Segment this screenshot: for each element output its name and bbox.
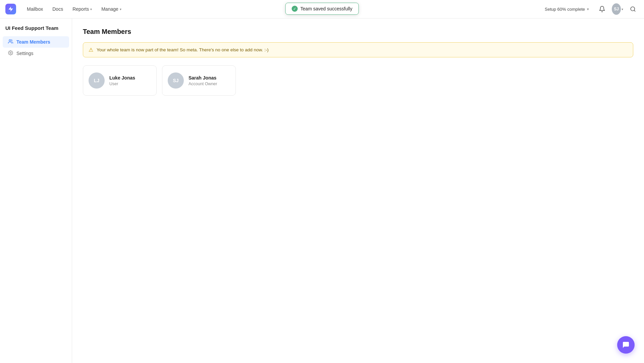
- page-title: Team Members: [83, 28, 633, 36]
- nav-manage[interactable]: Manage ▾: [97, 4, 125, 14]
- settings-icon: [8, 50, 13, 56]
- team-members-icon: [8, 39, 13, 45]
- member-card-luke[interactable]: LJ Luke Jonas User: [83, 65, 157, 96]
- sidebar: UI Feed Support Team Team Members Settin…: [0, 18, 72, 363]
- member-info-luke: Luke Jonas User: [109, 75, 135, 86]
- member-info-sarah: Sarah Jonas Account Owner: [189, 75, 217, 86]
- svg-point-3: [10, 52, 11, 54]
- svg-point-2: [9, 40, 11, 41]
- warning-icon: ⚠: [89, 47, 93, 53]
- nav-reports[interactable]: Reports ▾: [68, 4, 96, 14]
- topnav-right: Setup 60% complete ▾ SJ ▾: [541, 3, 639, 15]
- success-toast: ✓ Team saved successfully: [285, 3, 359, 15]
- check-icon: ✓: [292, 6, 298, 12]
- main-content: Team Members ⚠ Your whole team is now pa…: [72, 18, 644, 363]
- warning-banner: ⚠ Your whole team is now part of the tea…: [83, 42, 633, 57]
- chat-support-button[interactable]: [617, 336, 635, 354]
- main-layout: UI Feed Support Team Team Members Settin…: [0, 18, 644, 363]
- app-logo[interactable]: [5, 4, 16, 14]
- members-grid: LJ Luke Jonas User SJ Sarah Jonas Accoun…: [83, 65, 633, 96]
- nav-links: Mailbox Docs Reports ▾ Manage ▾: [23, 4, 541, 14]
- manage-chevron-icon: ▾: [120, 7, 121, 11]
- member-avatar-sarah: SJ: [168, 72, 184, 89]
- notifications-button[interactable]: [596, 3, 608, 15]
- member-card-sarah[interactable]: SJ Sarah Jonas Account Owner: [162, 65, 236, 96]
- nav-mailbox[interactable]: Mailbox: [23, 4, 47, 14]
- nav-docs[interactable]: Docs: [48, 4, 67, 14]
- sidebar-team-title: UI Feed Support Team: [0, 25, 72, 36]
- search-button[interactable]: [627, 3, 639, 15]
- topnav: Mailbox Docs Reports ▾ Manage ▾ ✓ Team s…: [0, 0, 644, 18]
- user-avatar[interactable]: SJ: [612, 3, 621, 15]
- sidebar-item-team-members[interactable]: Team Members: [3, 36, 69, 48]
- setup-progress-button[interactable]: Setup 60% complete ▾: [541, 5, 592, 13]
- account-chevron-icon: ▾: [622, 7, 623, 11]
- setup-chevron-icon: ▾: [587, 7, 589, 11]
- reports-chevron-icon: ▾: [90, 7, 92, 11]
- sidebar-item-settings[interactable]: Settings: [3, 48, 69, 59]
- member-avatar-luke: LJ: [89, 72, 105, 89]
- account-button[interactable]: SJ ▾: [612, 3, 623, 15]
- svg-line-1: [634, 10, 635, 11]
